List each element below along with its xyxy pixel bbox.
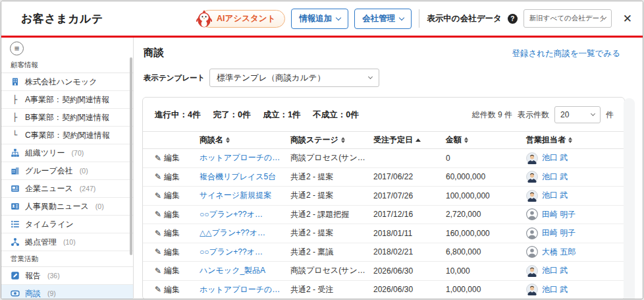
pencil-icon: ✎ bbox=[155, 266, 161, 276]
edit-deal-button[interactable]: ✎ 編集 bbox=[155, 152, 200, 164]
sidebar-item-timeline[interactable]: タイムライン bbox=[1, 216, 133, 233]
edit-deal-button[interactable]: ✎ 編集 bbox=[155, 247, 200, 258]
deal-amount: 10,000 bbox=[446, 266, 526, 276]
deal-date: 2017/06/22 bbox=[373, 172, 446, 181]
col-label: 受注予定日 bbox=[373, 135, 413, 146]
sidebar-item-group-company[interactable]: グループ会社 (0) bbox=[1, 162, 133, 180]
deal-date: 2017/12/16 bbox=[373, 210, 446, 219]
deal-name-link[interactable]: ホットアプローチの… bbox=[200, 284, 290, 295]
table-header: 商談名商談ステージ受注予定日金額営業担当者 bbox=[143, 131, 624, 149]
deal-name-link[interactable]: ハンモック_製品A bbox=[200, 265, 290, 276]
help-icon[interactable]: ? bbox=[508, 14, 518, 24]
sidebar-item-report[interactable]: 報告 (36) bbox=[1, 267, 133, 285]
close-icon[interactable]: ✕ bbox=[620, 12, 635, 26]
sidebar-section-label: 営業活動 bbox=[1, 251, 133, 267]
template-select-value: 標準テンプレ（商談カルテ） bbox=[217, 73, 325, 84]
col-name[interactable]: 商談名 bbox=[200, 135, 290, 146]
company-data-select[interactable]: 新旧すべての会社データを表示 bbox=[523, 9, 612, 28]
view-all-deals-link[interactable]: 登録された商談を一覧でみる bbox=[512, 48, 620, 59]
deal-owner: 田崎 明子 bbox=[526, 227, 624, 239]
pencil-icon: ✎ bbox=[155, 191, 161, 200]
main-content: 登録された商談を一覧でみる 商談 表示テンプレート 標準テンプレ（商談カルテ） … bbox=[134, 38, 643, 298]
timeline-icon bbox=[10, 220, 20, 229]
page-body: ≡ 顧客情報 株式会社ハンモック ├ A事業部：契約関連情報 ├ B事業部：契約… bbox=[1, 38, 643, 298]
deal-name-link[interactable]: サイネージ新規提案 bbox=[200, 190, 290, 201]
col-label: 金額 bbox=[446, 135, 462, 146]
ai-assistant-button[interactable]: AIアシスタント bbox=[200, 10, 285, 28]
page-size-select[interactable]: 20 bbox=[554, 106, 601, 123]
deal-name-link[interactable]: 複合機リプレイス5台 bbox=[200, 171, 290, 183]
chevron-down-icon bbox=[591, 111, 595, 116]
owner-link[interactable]: 田崎 明子 bbox=[542, 209, 576, 220]
col-label: 商談ステージ bbox=[290, 135, 338, 146]
col-stage[interactable]: 商談ステージ bbox=[290, 135, 373, 146]
owner-link[interactable]: 池口 武 bbox=[542, 171, 568, 183]
owner-link[interactable]: 池口 武 bbox=[542, 284, 568, 295]
app-title: お客さまカルテ bbox=[21, 11, 103, 26]
sidebar-item-label: 商談 bbox=[25, 288, 41, 299]
edit-label: 編集 bbox=[164, 227, 180, 239]
owner-link[interactable]: 池口 武 bbox=[542, 152, 568, 164]
col-owner[interactable]: 営業担当者 bbox=[526, 135, 624, 146]
sidebar-item-dept-a[interactable]: ├ A事業部：契約関連情報 bbox=[1, 91, 133, 109]
table-row: ✎ 編集 サイネージ新規提案 共通2 - 提案 2017/07/26 100,0… bbox=[143, 187, 624, 206]
pencil-icon: ✎ bbox=[155, 285, 161, 294]
sidebar-scrollbar[interactable] bbox=[130, 57, 132, 255]
avatar-photo-icon bbox=[526, 190, 538, 202]
sidebar-item-label: グループ会社 bbox=[25, 165, 73, 177]
sidebar-item-label: 組織ツリー bbox=[25, 148, 65, 159]
template-select[interactable]: 標準テンプレ（商談カルテ） bbox=[209, 69, 379, 87]
edit-deal-button[interactable]: ✎ 編集 bbox=[155, 284, 200, 295]
sidebar-item-count: (9) bbox=[47, 289, 56, 297]
sidebar-item-company[interactable]: 株式会社ハンモック bbox=[1, 73, 133, 91]
menu-toggle-button[interactable]: ≡ bbox=[10, 42, 24, 55]
deal-amount: 60,000,000 bbox=[446, 172, 526, 181]
owner-link[interactable]: 大橋 五郎 bbox=[542, 247, 576, 258]
group-company-icon bbox=[10, 166, 20, 176]
tree-branch-icon: ├ bbox=[10, 95, 20, 105]
chevron-down-icon bbox=[336, 15, 341, 20]
sidebar-item-count: (0) bbox=[95, 202, 104, 210]
company-mgmt-button[interactable]: 会社管理 bbox=[354, 9, 412, 29]
sort-both-icon bbox=[568, 137, 572, 143]
deal-date: 2018/02/21 bbox=[373, 247, 446, 256]
sidebar-item-dept-b[interactable]: ├ B事業部：契約関連情報 bbox=[1, 109, 133, 127]
deal-date: 2017/07/26 bbox=[373, 191, 446, 200]
avatar-photo-icon bbox=[526, 265, 538, 277]
deal-name-link[interactable]: ○○プラン+??オ… bbox=[200, 247, 290, 258]
deal-name-link[interactable]: △△プラン+??オ… bbox=[200, 227, 290, 239]
sidebar-item-deal[interactable]: 商談 (9) bbox=[1, 285, 133, 299]
sidebar-item-org-tree[interactable]: 組織ツリー (70) bbox=[1, 144, 133, 162]
sidebar-item-hr-news[interactable]: 人事異動ニュース (0) bbox=[1, 198, 133, 216]
owner-link[interactable]: 池口 武 bbox=[542, 265, 568, 276]
owner-link[interactable]: 池口 武 bbox=[542, 190, 568, 201]
deal-stage: 共通2 - 提案 bbox=[290, 190, 373, 201]
deal-name-link[interactable]: ○○プラン+??オ… bbox=[200, 209, 290, 220]
deal-owner: 大橋 五郎 bbox=[526, 246, 624, 258]
sidebar-item-sites[interactable]: 拠点管理 (10) bbox=[1, 233, 133, 251]
edit-deal-button[interactable]: ✎ 編集 bbox=[155, 209, 200, 220]
sidebar-item-dept-c[interactable]: └ C事業部：契約関連情報 bbox=[1, 127, 133, 144]
sidebar-item-count: (0) bbox=[80, 167, 88, 175]
add-info-button[interactable]: 情報追加 bbox=[291, 9, 348, 29]
deal-name-link[interactable]: ホットアプローチの… bbox=[200, 152, 290, 164]
col-date[interactable]: 受注予定日 bbox=[373, 135, 446, 146]
owner-link[interactable]: 田崎 明子 bbox=[542, 227, 576, 239]
deal-stage: 共通2 - 稟議 bbox=[290, 247, 373, 258]
edit-deal-button[interactable]: ✎ 編集 bbox=[155, 171, 200, 183]
edit-label: 編集 bbox=[164, 152, 180, 164]
table-row: ✎ 編集 複合機リプレイス5台 共通2 - 提案 2017/06/22 60,0… bbox=[143, 168, 624, 187]
col-amount[interactable]: 金額 bbox=[446, 135, 526, 146]
edit-deal-button[interactable]: ✎ 編集 bbox=[155, 190, 200, 201]
deal-date: 2026/06/30 bbox=[373, 285, 446, 294]
table-body: ✎ 編集 ホットアプローチの… 商談プロセス(サン… 0 池口 武 ✎ 編集 複… bbox=[143, 149, 624, 299]
edit-deal-button[interactable]: ✎ 編集 bbox=[155, 265, 200, 276]
sidebar-item-company-news[interactable]: 企業ニュース (247) bbox=[1, 180, 133, 198]
deal-owner: 池口 武 bbox=[526, 171, 624, 183]
edit-deal-button[interactable]: ✎ 編集 bbox=[155, 227, 200, 239]
deal-stage: 共通2 - 提案 bbox=[290, 227, 373, 239]
deal-amount: 0 bbox=[446, 154, 526, 163]
mascot-icon bbox=[196, 9, 213, 28]
main-scrollbar[interactable] bbox=[624, 98, 635, 299]
header-divider bbox=[419, 9, 419, 28]
